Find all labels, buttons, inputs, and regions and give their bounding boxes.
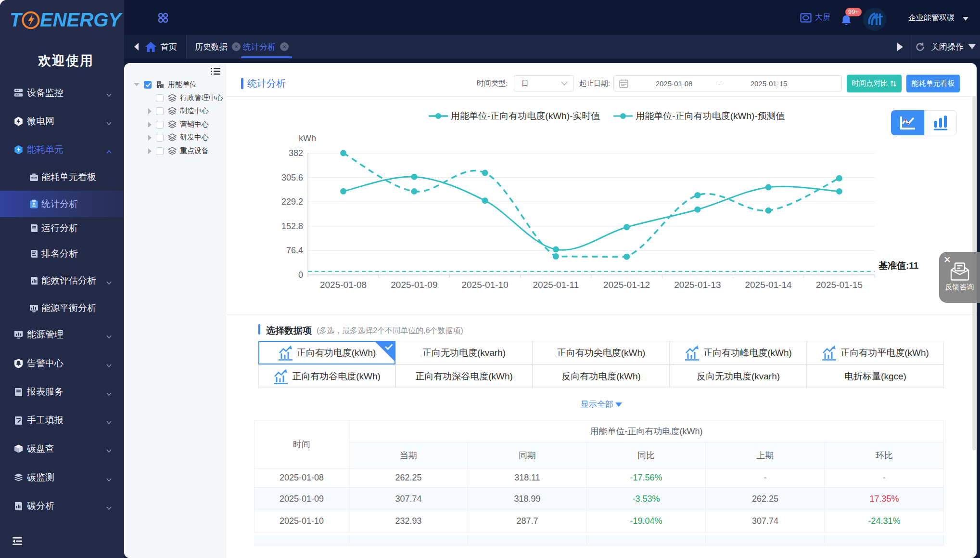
svg-text:2025-01-15: 2025-01-15	[816, 280, 863, 290]
svg-text:2025-01-13: 2025-01-13	[674, 280, 721, 290]
svg-text:76.4: 76.4	[286, 246, 303, 255]
svg-text:ENERGY: ENERGY	[40, 11, 123, 30]
svg-text:152.8: 152.8	[281, 221, 303, 231]
svg-text:2025-01-09: 2025-01-09	[391, 280, 437, 290]
svg-text:2025-01-08: 2025-01-08	[320, 280, 367, 290]
svg-text:382: 382	[289, 148, 303, 158]
svg-text:229.2: 229.2	[281, 197, 303, 207]
svg-text:0: 0	[298, 270, 303, 280]
svg-text:305.6: 305.6	[281, 173, 303, 182]
svg-text:2025-01-12: 2025-01-12	[603, 280, 650, 290]
svg-text:2025-01-11: 2025-01-11	[533, 280, 579, 290]
svg-text:T: T	[10, 11, 23, 30]
svg-text:2025-01-14: 2025-01-14	[745, 280, 792, 290]
svg-text:2025-01-10: 2025-01-10	[461, 280, 508, 290]
